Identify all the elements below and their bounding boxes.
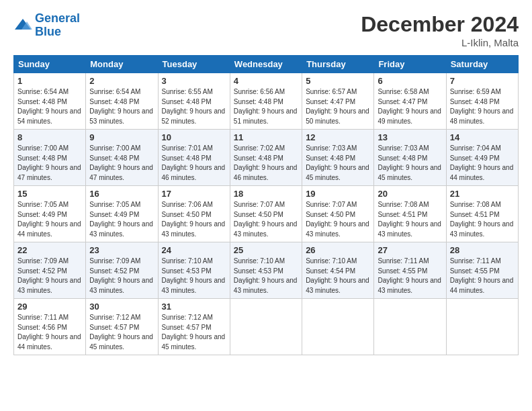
day-info: Sunrise: 7:10 AM Sunset: 4:53 PM Dayligh…	[234, 257, 298, 295]
table-row: 5 Sunrise: 6:57 AM Sunset: 4:47 PM Dayli…	[302, 73, 374, 130]
table-row: 12 Sunrise: 7:03 AM Sunset: 4:48 PM Dayl…	[302, 130, 374, 186]
calendar-week-row: 8 Sunrise: 7:00 AM Sunset: 4:48 PM Dayli…	[14, 130, 519, 186]
day-info: Sunrise: 7:04 AM Sunset: 4:49 PM Dayligh…	[450, 144, 515, 183]
day-number: 30	[89, 302, 154, 312]
table-row: 21 Sunrise: 7:08 AM Sunset: 4:51 PM Dayl…	[446, 186, 518, 242]
day-info: Sunrise: 7:07 AM Sunset: 4:50 PM Dayligh…	[306, 200, 370, 239]
day-number: 21	[450, 189, 515, 199]
table-row	[446, 299, 518, 355]
location: L-Iklin, Malta	[361, 37, 519, 48]
table-row: 26 Sunrise: 7:10 AM Sunset: 4:54 PM Dayl…	[302, 242, 374, 299]
table-row: 7 Sunrise: 6:59 AM Sunset: 4:48 PM Dayli…	[446, 73, 518, 130]
calendar-header-row: Sunday Monday Tuesday Wednesday Thursday…	[14, 56, 519, 73]
day-number: 4	[234, 76, 298, 86]
day-info: Sunrise: 7:03 AM Sunset: 4:48 PM Dayligh…	[306, 144, 370, 183]
logo: General Blue	[13, 12, 80, 39]
day-info: Sunrise: 7:11 AM Sunset: 4:56 PM Dayligh…	[17, 313, 82, 352]
col-wednesday: Wednesday	[230, 56, 302, 73]
day-info: Sunrise: 7:01 AM Sunset: 4:48 PM Dayligh…	[162, 144, 226, 183]
day-info: Sunrise: 7:10 AM Sunset: 4:53 PM Dayligh…	[162, 257, 226, 295]
page: General Blue December 2024 L-Iklin, Malt…	[0, 0, 532, 411]
table-row: 4 Sunrise: 6:56 AM Sunset: 4:48 PM Dayli…	[230, 73, 302, 130]
day-info: Sunrise: 6:54 AM Sunset: 4:48 PM Dayligh…	[17, 87, 82, 126]
day-number: 14	[450, 132, 515, 142]
day-info: Sunrise: 7:00 AM Sunset: 4:48 PM Dayligh…	[89, 144, 154, 183]
table-row: 9 Sunrise: 7:00 AM Sunset: 4:48 PM Dayli…	[86, 130, 158, 186]
table-row: 30 Sunrise: 7:12 AM Sunset: 4:57 PM Dayl…	[86, 299, 158, 355]
day-number: 2	[89, 76, 154, 86]
day-info: Sunrise: 7:00 AM Sunset: 4:48 PM Dayligh…	[17, 144, 82, 183]
day-number: 19	[306, 189, 370, 199]
table-row: 20 Sunrise: 7:08 AM Sunset: 4:51 PM Dayl…	[374, 186, 446, 242]
calendar-week-row: 15 Sunrise: 7:05 AM Sunset: 4:49 PM Dayl…	[14, 186, 519, 242]
logo-icon	[13, 16, 32, 35]
day-number: 17	[162, 189, 226, 199]
calendar-table: Sunday Monday Tuesday Wednesday Thursday…	[13, 55, 519, 355]
day-info: Sunrise: 7:05 AM Sunset: 4:49 PM Dayligh…	[17, 200, 82, 239]
table-row: 31 Sunrise: 7:12 AM Sunset: 4:57 PM Dayl…	[158, 299, 230, 355]
table-row: 2 Sunrise: 6:54 AM Sunset: 4:48 PM Dayli…	[86, 73, 158, 130]
table-row: 1 Sunrise: 6:54 AM Sunset: 4:48 PM Dayli…	[14, 73, 86, 130]
table-row: 10 Sunrise: 7:01 AM Sunset: 4:48 PM Dayl…	[158, 130, 230, 186]
day-number: 1	[17, 76, 82, 86]
day-info: Sunrise: 6:59 AM Sunset: 4:48 PM Dayligh…	[450, 87, 515, 126]
table-row: 29 Sunrise: 7:11 AM Sunset: 4:56 PM Dayl…	[14, 299, 86, 355]
table-row: 3 Sunrise: 6:55 AM Sunset: 4:48 PM Dayli…	[158, 73, 230, 130]
table-row: 19 Sunrise: 7:07 AM Sunset: 4:50 PM Dayl…	[302, 186, 374, 242]
day-info: Sunrise: 7:08 AM Sunset: 4:51 PM Dayligh…	[378, 200, 442, 239]
day-info: Sunrise: 6:57 AM Sunset: 4:47 PM Dayligh…	[306, 87, 370, 126]
table-row: 11 Sunrise: 7:02 AM Sunset: 4:48 PM Dayl…	[230, 130, 302, 186]
table-row: 22 Sunrise: 7:09 AM Sunset: 4:52 PM Dayl…	[14, 242, 86, 299]
day-info: Sunrise: 7:11 AM Sunset: 4:55 PM Dayligh…	[378, 257, 442, 295]
table-row: 18 Sunrise: 7:07 AM Sunset: 4:50 PM Dayl…	[230, 186, 302, 242]
day-number: 28	[450, 245, 515, 255]
day-info: Sunrise: 6:56 AM Sunset: 4:48 PM Dayligh…	[234, 87, 298, 126]
day-info: Sunrise: 7:10 AM Sunset: 4:54 PM Dayligh…	[306, 257, 370, 295]
table-row: 6 Sunrise: 6:58 AM Sunset: 4:47 PM Dayli…	[374, 73, 446, 130]
table-row: 14 Sunrise: 7:04 AM Sunset: 4:49 PM Dayl…	[446, 130, 518, 186]
col-monday: Monday	[86, 56, 158, 73]
col-sunday: Sunday	[14, 56, 86, 73]
table-row: 13 Sunrise: 7:03 AM Sunset: 4:48 PM Dayl…	[374, 130, 446, 186]
day-number: 15	[17, 189, 82, 199]
table-row: 15 Sunrise: 7:05 AM Sunset: 4:49 PM Dayl…	[14, 186, 86, 242]
day-number: 31	[162, 302, 226, 312]
day-number: 13	[378, 132, 442, 142]
calendar-week-row: 29 Sunrise: 7:11 AM Sunset: 4:56 PM Dayl…	[14, 299, 519, 355]
table-row: 27 Sunrise: 7:11 AM Sunset: 4:55 PM Dayl…	[374, 242, 446, 299]
day-info: Sunrise: 7:12 AM Sunset: 4:57 PM Dayligh…	[89, 313, 154, 352]
table-row: 24 Sunrise: 7:10 AM Sunset: 4:53 PM Dayl…	[158, 242, 230, 299]
day-info: Sunrise: 7:12 AM Sunset: 4:57 PM Dayligh…	[162, 313, 226, 352]
day-number: 7	[450, 76, 515, 86]
calendar-week-row: 1 Sunrise: 6:54 AM Sunset: 4:48 PM Dayli…	[14, 73, 519, 130]
header: General Blue December 2024 L-Iklin, Malt…	[13, 12, 519, 48]
day-info: Sunrise: 7:09 AM Sunset: 4:52 PM Dayligh…	[89, 257, 154, 295]
table-row: 25 Sunrise: 7:10 AM Sunset: 4:53 PM Dayl…	[230, 242, 302, 299]
day-info: Sunrise: 6:55 AM Sunset: 4:48 PM Dayligh…	[162, 87, 226, 126]
title-block: December 2024 L-Iklin, Malta	[361, 12, 519, 48]
table-row: 17 Sunrise: 7:06 AM Sunset: 4:50 PM Dayl…	[158, 186, 230, 242]
table-row	[230, 299, 302, 355]
day-number: 11	[234, 132, 298, 142]
day-number: 20	[378, 189, 442, 199]
day-info: Sunrise: 7:02 AM Sunset: 4:48 PM Dayligh…	[234, 144, 298, 183]
day-info: Sunrise: 7:08 AM Sunset: 4:51 PM Dayligh…	[450, 200, 515, 239]
col-saturday: Saturday	[446, 56, 518, 73]
col-tuesday: Tuesday	[158, 56, 230, 73]
col-thursday: Thursday	[302, 56, 374, 73]
table-row: 8 Sunrise: 7:00 AM Sunset: 4:48 PM Dayli…	[14, 130, 86, 186]
day-number: 27	[378, 245, 442, 255]
day-number: 3	[162, 76, 226, 86]
table-row	[374, 299, 446, 355]
day-number: 6	[378, 76, 442, 86]
day-number: 9	[89, 132, 154, 142]
day-number: 18	[234, 189, 298, 199]
table-row: 23 Sunrise: 7:09 AM Sunset: 4:52 PM Dayl…	[86, 242, 158, 299]
logo-text: General Blue	[35, 12, 80, 39]
day-number: 22	[17, 245, 82, 255]
day-info: Sunrise: 7:06 AM Sunset: 4:50 PM Dayligh…	[162, 200, 226, 239]
day-number: 26	[306, 245, 370, 255]
day-number: 5	[306, 76, 370, 86]
day-number: 25	[234, 245, 298, 255]
day-info: Sunrise: 7:11 AM Sunset: 4:55 PM Dayligh…	[450, 257, 515, 295]
